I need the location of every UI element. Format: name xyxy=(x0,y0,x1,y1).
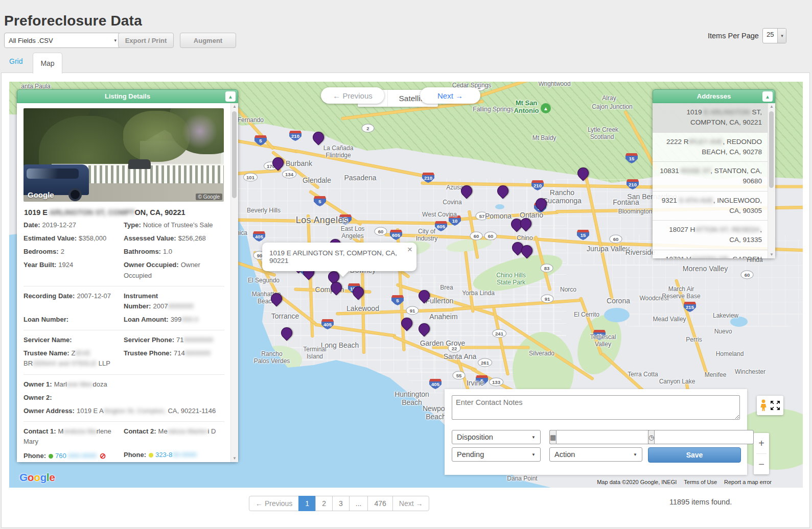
text: CA, 90221-1146 xyxy=(166,407,216,415)
field-label: Trustee Name: xyxy=(24,349,69,357)
field-row: Estimated Value:$358,000Assessed Value:$… xyxy=(24,232,224,245)
field-label: Date: xyxy=(24,221,40,229)
page-button[interactable]: 476 xyxy=(367,496,392,511)
redacted-text: ndoza Marlen xyxy=(168,427,208,435)
zoom-out-button[interactable]: − xyxy=(754,454,769,474)
scroll-down-icon[interactable]: ▼ xyxy=(768,251,775,258)
address-item[interactable]: 9321 S 4TH AVE, INGLEWOOD, CA, 90305 xyxy=(653,191,775,221)
scrollbar-thumb[interactable] xyxy=(769,111,774,188)
map-marker[interactable] xyxy=(350,284,366,300)
address-item[interactable]: 1019 E ARLINGTON ST, COMPTON, CA, 90221 xyxy=(653,103,775,133)
page-button[interactable]: ... xyxy=(349,496,368,511)
map-marker[interactable] xyxy=(533,196,549,211)
field-label: Bedrooms: xyxy=(24,248,59,255)
items-per-page-select[interactable]: 25 ▾ xyxy=(762,28,786,43)
addresses-scrollbar[interactable]: ▲ ▼ xyxy=(768,103,775,258)
map-marker[interactable] xyxy=(518,215,533,231)
map-next-button[interactable]: Next → xyxy=(420,87,480,104)
collapse-panel-icon[interactable]: ▲ xyxy=(762,91,773,102)
page-button[interactable]: Next → xyxy=(392,496,430,511)
tab-map[interactable]: Map xyxy=(33,53,62,74)
text: 2 xyxy=(61,248,64,255)
field-row: Trustee Name:ZIEVE BRODNAX and STEELE LL… xyxy=(24,347,224,370)
scrollbar-thumb[interactable] xyxy=(232,111,237,198)
text[interactable]: 323-8 xyxy=(155,451,172,459)
report-map-error-link[interactable]: Report a map error xyxy=(724,479,772,485)
address-item[interactable]: 10721 VICKERS DR, GARDEN GROVE, CA, 9284… xyxy=(653,250,775,259)
disposition-select[interactable]: Disposition ▼ xyxy=(452,430,541,444)
text: , INGLEWOOD, CA, 90305 xyxy=(713,197,762,214)
redacted-text: IEVE xyxy=(76,349,91,357)
pegman-icon[interactable] xyxy=(760,399,767,412)
redacted-text[interactable]: -000-0000 xyxy=(66,452,97,460)
items-found-text: 11895 items found. xyxy=(669,498,732,506)
map-marker[interactable] xyxy=(279,325,294,341)
address-item[interactable]: 2222 RIPLEY AVE, REDONDO BEACH, CA, 9027… xyxy=(653,133,775,162)
scroll-up-icon[interactable]: ▲ xyxy=(768,103,775,110)
caret-down-icon: ▼ xyxy=(531,435,536,440)
export-print-button[interactable]: Export / Print xyxy=(118,33,174,48)
action-select[interactable]: Action ▼ xyxy=(549,447,642,462)
text: BR xyxy=(24,359,33,367)
text: 399 xyxy=(171,316,182,323)
collapse-panel-icon[interactable]: ▲ xyxy=(225,91,236,102)
field-label: Year Built: xyxy=(24,261,56,269)
map-info-window: 1019 E ARLINGTON ST, COMPTON, CA, 90221 … xyxy=(262,243,416,271)
caret-down-icon: ▾ xyxy=(114,38,117,43)
listing-scrollbar[interactable]: ▲ ▼ xyxy=(230,103,238,462)
field-cell: Assessed Value:$256,268 xyxy=(124,233,224,244)
action-value: Action xyxy=(554,450,575,459)
tab-grid[interactable]: Grid xyxy=(9,57,22,65)
fullscreen-icon[interactable] xyxy=(770,400,780,411)
map-marker[interactable] xyxy=(495,183,511,199)
redacted-text: IPLEY AVE xyxy=(688,138,723,146)
date-input[interactable] xyxy=(556,430,656,444)
map-marker[interactable] xyxy=(270,155,286,171)
save-button[interactable]: Save xyxy=(648,447,741,463)
contact-notes-input[interactable] xyxy=(452,395,740,420)
scroll-down-icon[interactable]: ▼ xyxy=(231,455,238,462)
page-button[interactable]: 1 xyxy=(298,496,316,511)
attribution-text: Map data ©2020 Google, INEGI xyxy=(597,479,677,485)
parked-car xyxy=(128,159,151,169)
terms-of-use-link[interactable]: Terms of Use xyxy=(684,479,717,485)
map-marker[interactable] xyxy=(416,321,432,336)
status-dot-icon xyxy=(49,454,53,459)
map-marker[interactable] xyxy=(575,165,591,181)
field-row: Owner Address:1019 E Arlington St, Compt… xyxy=(24,404,224,418)
close-icon[interactable]: × xyxy=(407,245,412,255)
zoom-in-button[interactable]: + xyxy=(754,433,769,453)
redacted-text: 000.0 xyxy=(181,316,198,323)
field-row: Servicer Name:Servicer Phone:7100000000 xyxy=(24,333,224,347)
text: 1019 xyxy=(686,108,704,116)
listing-details-panel: Listing Details ▲ Google © Google 1019 E… xyxy=(17,89,238,462)
map-marker[interactable] xyxy=(310,129,326,145)
caret-down-icon: ▼ xyxy=(633,452,637,457)
redacted-text[interactable]: 00-0000 xyxy=(172,451,197,459)
field-cell: Contact 2:Mendoza Marleni D xyxy=(124,426,224,447)
addresses-header[interactable]: Addresses ▲ xyxy=(653,89,775,103)
text: doza xyxy=(93,380,107,388)
address-item[interactable]: 18027 HATTON ST, RESEDA, CA, 91335 xyxy=(653,221,775,250)
augment-button[interactable]: Augment xyxy=(180,33,236,48)
time-input[interactable] xyxy=(654,430,754,444)
export-format-select[interactable]: All Fields .CSV ▾ xyxy=(4,33,121,48)
listing-details-body: Google © Google 1019 E ARLINGTON ST, COM… xyxy=(17,103,238,462)
address-item[interactable]: 10831 ROSE ST, STANTON, CA, 90680 xyxy=(653,162,775,191)
map-marker[interactable] xyxy=(416,287,432,303)
page-button[interactable]: 3 xyxy=(332,496,350,511)
listing-details-header[interactable]: Listing Details ▲ xyxy=(17,89,238,103)
map-marker[interactable] xyxy=(399,315,414,331)
redacted-text: 00000000 xyxy=(183,336,213,344)
page-button[interactable]: 2 xyxy=(315,496,333,511)
text: 1019 E xyxy=(24,208,48,217)
redacted-text: ROSE ST xyxy=(681,167,710,175)
page-button[interactable]: ← Previous xyxy=(249,496,299,511)
map-marker[interactable] xyxy=(458,183,474,199)
scroll-up-icon[interactable]: ▲ xyxy=(231,103,238,110)
status-select[interactable]: Pending ▼ xyxy=(452,447,541,462)
text[interactable]: 760 xyxy=(55,452,66,460)
map-marker[interactable] xyxy=(268,291,284,306)
map-previous-button[interactable]: ← Previous xyxy=(321,87,384,104)
items-per-page-label: Items Per Page xyxy=(708,32,759,40)
